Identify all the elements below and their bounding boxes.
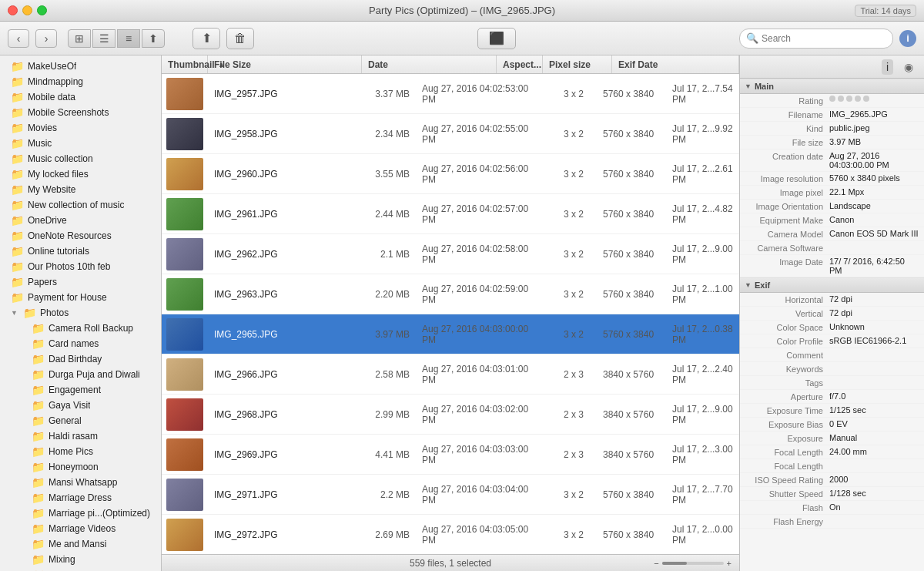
sidebar-item-marriagepicsoptimized[interactable]: 📁Marriage pi...(Optimized) — [2, 506, 159, 521]
info-section-exif[interactable]: ▼ Exif — [740, 277, 924, 293]
file-name: IMG_2963.JPG — [208, 289, 362, 300]
file-date: Aug 27, 2016 04:03:03:00 PM — [416, 444, 551, 465]
sidebar-item-music[interactable]: 📁Music — [2, 136, 159, 151]
sidebar-item-label: General — [49, 415, 82, 426]
info-button[interactable]: i — [899, 30, 916, 47]
close-button[interactable] — [8, 5, 18, 15]
sidebar-item-mixing[interactable]: 📁Mixing — [2, 552, 159, 567]
info-tab-info[interactable]: i — [882, 59, 893, 75]
sidebar-item-meandmansi[interactable]: 📁Me and Mansi — [2, 536, 159, 552]
back-button[interactable]: ‹ — [8, 29, 29, 48]
minimize-button[interactable] — [22, 5, 32, 15]
table-row[interactable]: IMG_2972.JPG2.69 MBAug 27, 2016 04:03:05… — [162, 515, 739, 554]
info-label: Horizontal — [745, 294, 829, 304]
sidebar-item-dadbirthday[interactable]: 📁Dad Birthday — [2, 351, 159, 367]
sidebar-item-mobilescreenshots[interactable]: 📁Mobile Screenshots — [2, 105, 159, 120]
table-row[interactable]: IMG_2961.JPG2.44 MBAug 27, 2016 04:02:57… — [162, 194, 739, 234]
info-value: sRGB IEC61966-2.1 — [829, 336, 919, 345]
maximize-button[interactable] — [37, 5, 47, 15]
table-row[interactable]: IMG_2963.JPG2.20 MBAug 27, 2016 04:02:59… — [162, 274, 739, 314]
sidebar-item-mindmapping[interactable]: 📁Mindmapping — [2, 74, 159, 89]
file-date: Aug 27, 2016 04:02:59:00 PM — [416, 284, 551, 305]
share-button[interactable]: ⬆ — [192, 28, 220, 49]
file-size: 2.2 MB — [362, 489, 416, 500]
col-header-date[interactable]: Date — [362, 55, 497, 73]
table-row[interactable]: IMG_2965.JPG3.97 MBAug 27, 2016 04:03:00… — [162, 314, 739, 354]
table-row[interactable]: IMG_2971.JPG2.2 MBAug 27, 2016 04:03:04:… — [162, 475, 739, 515]
folder-icon: 📁 — [32, 553, 45, 566]
sidebar-item-general[interactable]: 📁General — [2, 413, 159, 428]
list-view-button[interactable]: ≡ — [117, 29, 140, 48]
file-aspect: 3 x 2 — [551, 169, 597, 180]
sidebar-item-gayavisit[interactable]: 📁Gaya Visit — [2, 398, 159, 413]
file-exif: Jul 17, 2...7.54 PM — [666, 83, 739, 105]
delete-button[interactable]: 🗑 — [226, 28, 254, 49]
zoom-out-icon[interactable]: − — [654, 559, 658, 568]
search-input[interactable] — [762, 33, 886, 44]
table-row[interactable]: IMG_2966.JPG2.58 MBAug 27, 2016 04:03:01… — [162, 354, 739, 395]
sidebar-item-musiccollection[interactable]: 📁Music collection — [2, 151, 159, 166]
info-section-main[interactable]: ▼ Main — [740, 79, 924, 94]
sidebar-item-marriagevideos[interactable]: 📁Marriage Videos — [2, 521, 159, 536]
sidebar-item-haldirasam[interactable]: 📁Haldi rasam — [2, 428, 159, 444]
sidebar-item-newcollectionofmusic[interactable]: 📁New collection of music — [2, 197, 159, 213]
col-header-pixel[interactable]: Pixel size — [543, 55, 612, 73]
sidebar-item-makeuseof[interactable]: 📁MakeUseOf — [2, 59, 159, 74]
sort-view-button[interactable]: ⬆ — [142, 29, 165, 48]
sidebar-item-mansiwhatsapp[interactable]: 📁Mansi Whatsapp — [2, 475, 159, 490]
sidebar-item-papers[interactable]: 📁Papers — [2, 274, 159, 290]
rating-dot[interactable] — [838, 96, 844, 102]
col-header-thumbnail[interactable]: Thumbnail ▲ — [162, 55, 208, 73]
zoom-in-icon[interactable]: + — [727, 559, 732, 568]
compact-view-button[interactable]: ☰ — [92, 29, 116, 48]
table-row[interactable]: IMG_2958.JPG2.34 MBAug 27, 2016 04:02:55… — [162, 114, 739, 154]
forward-button[interactable]: › — [35, 29, 57, 48]
sidebar-item-engagement[interactable]: 📁Engagement — [2, 382, 159, 398]
rating-dot[interactable] — [863, 96, 869, 102]
thumbnail-image — [166, 438, 203, 471]
rating-dot[interactable] — [846, 96, 852, 102]
sidebar-item-mobiledata[interactable]: 📁Mobile data — [2, 89, 159, 105]
folder-icon: 📁 — [11, 245, 24, 257]
info-row: Aperturef/7.0 — [740, 390, 924, 404]
info-row: Rating — [740, 94, 924, 108]
sidebar-item-label: Marriage Videos — [49, 523, 116, 534]
rating-dot[interactable] — [829, 96, 835, 102]
grid-view-button[interactable]: ⊞ — [68, 29, 91, 48]
sidebar-item-onlinetutorials[interactable]: 📁Online tutorials — [2, 244, 159, 259]
table-row[interactable]: IMG_2957.JPG3.37 MBAug 27, 2016 04:02:53… — [162, 74, 739, 114]
rating-dot[interactable] — [855, 96, 861, 102]
table-row[interactable]: IMG_2969.JPG4.41 MBAug 27, 2016 04:03:03… — [162, 435, 739, 475]
sidebar-item-marriagedress[interactable]: 📁Marriage Dress — [2, 490, 159, 506]
info-tab-color[interactable]: ◉ — [899, 59, 918, 75]
file-pixel: 5760 x 3840 — [597, 129, 666, 139]
col-header-aspect[interactable]: Aspect... — [497, 55, 543, 73]
folder-icon: 📁 — [32, 538, 45, 550]
sidebar-item-mylockedfiles[interactable]: 📁My locked files — [2, 166, 159, 182]
info-row: Flash Energy — [740, 515, 924, 529]
table-row[interactable]: IMG_2968.JPG2.99 MBAug 27, 2016 04:03:02… — [162, 395, 739, 435]
sidebar-item-mywebsite[interactable]: 📁My Website — [2, 182, 159, 197]
sidebar-item-homepics[interactable]: 📁Home Pics — [2, 444, 159, 459]
col-header-exif[interactable]: Exif Date — [612, 55, 739, 73]
col-header-filename[interactable]: File Size — [208, 55, 362, 73]
file-aspect: 2 x 3 — [551, 409, 597, 420]
folder-icon: 📁 — [32, 461, 45, 473]
sidebar-item-ourphotos[interactable]: 📁Our Photos 10th feb — [2, 259, 159, 274]
table-row[interactable]: IMG_2960.JPG3.55 MBAug 27, 2016 04:02:56… — [162, 154, 739, 194]
sidebar-item-onenoteresources[interactable]: 📁OneNote Resources — [2, 228, 159, 244]
table-row[interactable]: IMG_2962.JPG2.1 MBAug 27, 2016 04:02:58:… — [162, 234, 739, 274]
file-date: Aug 27, 2016 04:03:04:00 PM — [416, 484, 551, 506]
sidebar-item-niccopark[interactable]: 📁Nicco Park — [2, 567, 159, 571]
folder-icon: 📁 — [11, 183, 24, 196]
sidebar-item-photos[interactable]: ▼📁Photos — [2, 305, 159, 321]
sidebar-item-camerarollbackup[interactable]: 📁Camera Roll Backup — [2, 321, 159, 336]
sidebar-item-onedrive[interactable]: 📁OneDrive — [2, 213, 159, 228]
center-action-button[interactable]: ⬛ — [477, 28, 516, 49]
sidebar-item-honeymoon[interactable]: 📁Honeymoon — [2, 459, 159, 475]
file-size: 4.41 MB — [362, 449, 416, 460]
sidebar-item-paymentforhouse[interactable]: 📁Payment for House — [2, 290, 159, 305]
sidebar-item-durgapujaanddiwali[interactable]: 📁Durga Puja and Diwali — [2, 367, 159, 382]
sidebar-item-cardnames[interactable]: 📁Card names — [2, 336, 159, 351]
sidebar-item-movies[interactable]: 📁Movies — [2, 120, 159, 136]
